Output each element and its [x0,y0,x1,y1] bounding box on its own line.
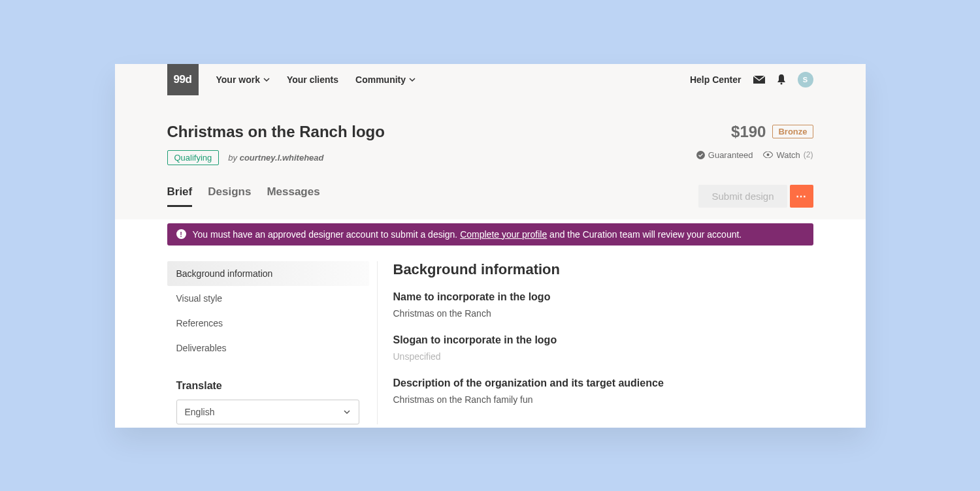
watch-count: (2) [804,150,813,159]
byline-author[interactable]: courtney.l.whitehead [240,153,324,163]
logo[interactable]: 99d [167,64,199,95]
alert-icon: ! [176,229,186,239]
submit-design-button[interactable]: Submit design [698,185,787,208]
page-header: Christmas on the Ranch logo Qualifying b… [115,95,866,165]
chevron-down-icon [263,76,270,83]
tabs-row: Brief Designs Messages Submit design ⋯ [115,165,866,208]
top-nav: 99d Your work Your clients Community Hel… [115,64,866,95]
header-left: Christmas on the Ranch logo Qualifying b… [167,123,385,165]
brief-sidenav: Background information Visual style Refe… [167,261,378,424]
svg-point-3 [767,153,770,156]
tabs: Brief Designs Messages [167,185,320,207]
sidenav-references[interactable]: References [167,311,369,336]
guaranteed-status: Guaranteed [696,150,753,160]
app-frame: 99d Your work Your clients Community Hel… [115,64,866,428]
byline: by courtney.l.whitehead [228,153,323,163]
header-meta: Qualifying by courtney.l.whitehead [167,150,385,165]
page-title: Christmas on the Ranch logo [167,123,385,141]
watch-toggle[interactable]: Watch (2) [763,150,813,160]
tab-messages[interactable]: Messages [267,185,319,207]
section-title: Background information [393,261,813,278]
price: $190 [731,123,766,141]
status-badge: Qualifying [167,150,220,165]
notice-link[interactable]: Complete your profile [460,229,547,240]
bell-icon[interactable] [777,74,786,85]
nav-right: Help Center S [690,72,813,87]
svg-point-2 [696,151,705,159]
guaranteed-label: Guaranteed [708,150,753,160]
notice-text-1: You must have an approved designer accou… [193,229,461,240]
nav-your-work[interactable]: Your work [216,74,270,85]
byline-prefix: by [228,153,239,163]
field-desc-label: Description of the organization and its … [393,377,813,389]
sidenav-deliverables[interactable]: Deliverables [167,336,369,360]
tab-brief[interactable]: Brief [167,185,193,207]
nav-left: Your work Your clients Community [216,74,416,85]
header-right: $190 Bronze Guaranteed Watch (2) [696,123,813,160]
status-row: Guaranteed Watch (2) [696,150,813,160]
notice-text: You must have an approved designer accou… [193,229,742,240]
field-slogan-value: Unspecified [393,351,813,362]
field-name-value: Christmas on the Ranch [393,308,813,319]
tab-designs[interactable]: Designs [208,185,251,207]
header-actions: Submit design ⋯ [698,185,813,208]
sidenav-visual-style[interactable]: Visual style [167,286,369,311]
avatar[interactable]: S [798,72,813,87]
mail-icon[interactable] [753,76,765,84]
check-circle-icon [696,151,705,159]
nav-your-clients[interactable]: Your clients [287,74,338,85]
field-slogan-label: Slogan to incorporate in the logo [393,334,813,346]
eye-icon [763,151,773,158]
field-desc-value: Christmas on the Ranch family fun [393,394,813,405]
nav-community-label: Community [355,74,406,85]
nav-your-clients-label: Your clients [287,74,338,85]
tier-badge: Bronze [772,125,813,138]
nav-your-work-label: Your work [216,74,260,85]
nav-help-center[interactable]: Help Center [690,74,742,85]
svg-point-1 [780,82,782,84]
more-actions-button[interactable]: ⋯ [790,185,813,208]
sidenav-background-info[interactable]: Background information [167,261,369,286]
notice-banner: ! You must have an approved designer acc… [167,223,813,246]
translate-label: Translate [176,380,369,392]
price-row: $190 Bronze [696,123,813,141]
chevron-down-icon [409,76,416,83]
translate-select[interactable]: English [176,400,359,424]
chevron-down-icon [343,408,351,416]
translate-value: English [185,407,215,417]
field-name-label: Name to incorporate in the logo [393,291,813,303]
brief-content: Background information Name to incorpora… [378,261,813,424]
nav-community[interactable]: Community [355,74,416,85]
notice-text-2: and the Curation team will review your a… [547,229,742,240]
body: Background information Visual style Refe… [115,246,866,424]
watch-label: Watch [776,150,800,160]
